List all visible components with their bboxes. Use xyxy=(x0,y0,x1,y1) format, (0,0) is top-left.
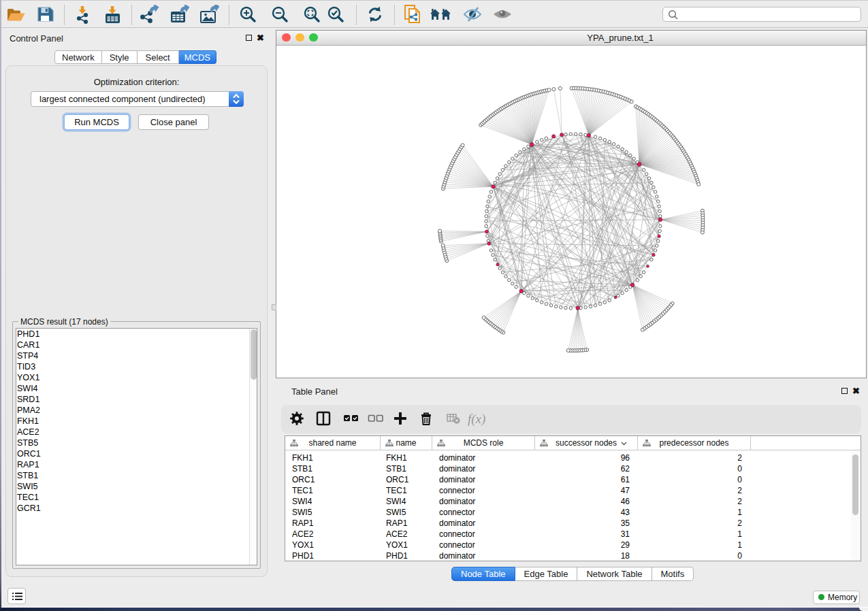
svg-text:f(x): f(x) xyxy=(468,412,485,427)
